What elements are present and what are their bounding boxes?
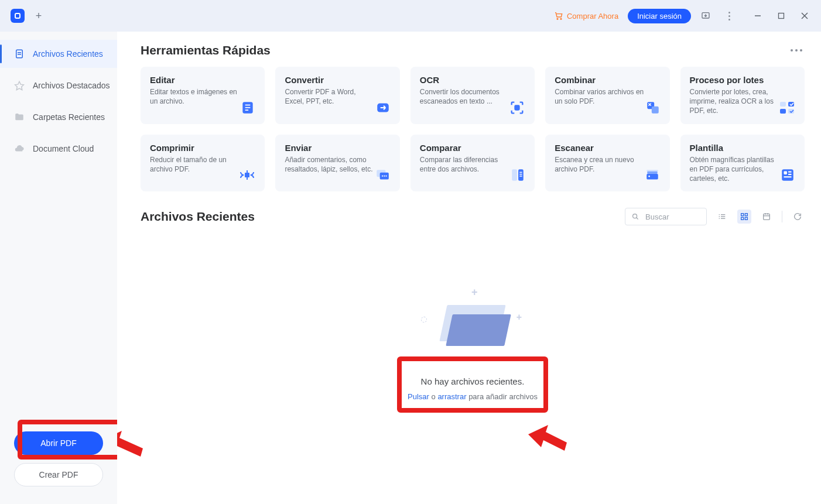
svg-point-28 (384, 176, 385, 177)
view-list-button[interactable] (715, 210, 729, 224)
create-pdf-button[interactable]: Crear PDF (14, 463, 103, 486)
edit-icon (240, 100, 255, 116)
combine-icon (645, 100, 661, 116)
ocr-icon: T (509, 100, 525, 116)
svg-point-29 (385, 176, 386, 177)
empty-state-subtitle: Pulsar o arrastrar para añadir archivos (408, 392, 538, 401)
sort-date-button[interactable] (760, 210, 774, 224)
svg-rect-43 (784, 176, 791, 177)
search-input[interactable] (644, 212, 691, 222)
svg-rect-40 (784, 172, 786, 174)
svg-marker-61 (528, 425, 567, 451)
sidebar-item-recent-folders[interactable]: Carpetas Recientes (0, 103, 117, 131)
sidebar-item-label: Document Cloud (33, 144, 94, 153)
svg-rect-12 (245, 104, 251, 105)
view-grid-button[interactable] (737, 210, 751, 224)
tool-card-template[interactable]: Plantilla Obtén magníficas plantillas en… (680, 135, 805, 192)
search-icon (631, 212, 639, 221)
buy-now-label: Comprar Ahora (567, 12, 618, 20)
comment-icon (374, 167, 391, 183)
svg-rect-19 (651, 106, 658, 113)
svg-point-38 (648, 176, 650, 177)
svg-rect-39 (782, 169, 793, 181)
annotation-arrow (528, 425, 569, 458)
tool-card-ocr[interactable]: OCR Convertir los documentos escaneados … (411, 67, 535, 124)
svg-line-45 (637, 218, 638, 220)
svg-rect-56 (764, 214, 770, 220)
svg-rect-20 (780, 102, 786, 107)
tool-card-scan[interactable]: Escanear Escanea y crea un nuevo archivo… (545, 135, 669, 192)
compare-icon (510, 167, 525, 183)
convert-icon (375, 100, 391, 116)
svg-rect-41 (788, 172, 791, 173)
svg-rect-31 (518, 169, 524, 181)
svg-point-27 (382, 176, 383, 177)
svg-rect-33 (519, 174, 522, 175)
feedback-button[interactable] (697, 7, 714, 25)
empty-state: + + No hay archivos recientes. Pulsar o … (141, 284, 805, 412)
sidebar-item-label: Archivos Recientes (33, 49, 103, 59)
list-view-icon (717, 212, 727, 221)
window-maximize-button[interactable] (772, 6, 791, 25)
svg-rect-4 (779, 13, 784, 19)
login-button[interactable]: Iniciar sesión (628, 9, 691, 23)
tool-card-batch[interactable]: Proceso por lotes Convierte por lotes, c… (680, 67, 805, 124)
svg-point-1 (560, 18, 562, 19)
tool-card-compress[interactable]: Comprimir Reducir el tamaño de un archiv… (141, 135, 265, 192)
svg-point-0 (557, 18, 558, 19)
tool-card-convert[interactable]: Convertir Convertir PDF a Word, Excel, P… (275, 67, 399, 124)
cart-icon (554, 11, 563, 20)
open-pdf-button[interactable]: Abrir PDF (14, 431, 103, 455)
sidebar-item-document-cloud[interactable]: Document Cloud (0, 135, 117, 163)
kebab-icon (728, 12, 730, 20)
annotation-arrow (117, 428, 146, 464)
refresh-button[interactable] (791, 210, 805, 224)
template-icon (780, 167, 795, 183)
svg-rect-37 (646, 170, 658, 171)
window-close-button[interactable] (795, 6, 814, 25)
svg-marker-60 (117, 431, 143, 457)
sidebar-item-label: Carpetas Recientes (33, 112, 105, 122)
app-logo (11, 9, 25, 23)
svg-rect-35 (646, 174, 658, 180)
svg-rect-13 (245, 107, 251, 108)
quick-tools-heading: Herramientas Rápidas (141, 43, 271, 57)
svg-rect-22 (780, 109, 786, 114)
separator (782, 211, 782, 222)
search-box[interactable] (625, 208, 707, 225)
sidebar-item-label: Archivos Destacados (33, 81, 110, 90)
svg-rect-52 (741, 214, 744, 216)
buy-now-button[interactable]: Comprar Ahora (550, 9, 622, 23)
empty-state-title: No hay archivos recientes. (408, 376, 538, 386)
recent-files-heading: Archivos Recientes (141, 210, 255, 224)
svg-rect-14 (245, 109, 248, 111)
tool-card-edit[interactable]: Editar Editar textos e imágenes en un ar… (141, 67, 265, 124)
svg-rect-30 (512, 169, 517, 181)
sidebar-item-recent-files[interactable]: Archivos Recientes (0, 40, 117, 68)
svg-point-44 (633, 214, 637, 218)
star-icon (14, 80, 25, 91)
svg-marker-10 (15, 81, 24, 90)
empty-drag-link[interactable]: arrastrar (437, 392, 466, 401)
svg-rect-34 (519, 176, 522, 177)
folder-icon (14, 112, 25, 122)
tool-card-compare[interactable]: Comparar Comparar las diferencias entre … (411, 135, 535, 192)
window-minimize-button[interactable] (748, 6, 767, 25)
refresh-icon (793, 212, 802, 221)
new-tab-button[interactable]: + (30, 8, 47, 24)
sidebar-item-starred-files[interactable]: Archivos Destacados (0, 71, 117, 100)
batch-icon (779, 100, 795, 116)
cloud-icon (14, 143, 25, 154)
tool-card-share[interactable]: Enviar Añadir comentarios, como resaltad… (275, 135, 399, 192)
svg-text:T: T (516, 106, 518, 109)
more-menu-button[interactable] (720, 7, 738, 25)
tool-card-combine[interactable]: Combinar Combinar varios archivos en un … (545, 67, 669, 124)
svg-rect-24 (245, 173, 249, 177)
title-bar: + Comprar Ahora Iniciar sesión (0, 0, 821, 32)
document-icon (14, 49, 25, 59)
scanner-icon (644, 167, 661, 183)
main-content: Herramientas Rápidas Editar Editar texto… (117, 32, 821, 504)
empty-click-link[interactable]: Pulsar (408, 392, 429, 401)
quick-tools-more-button[interactable] (788, 47, 805, 54)
grid-view-icon (740, 212, 749, 221)
